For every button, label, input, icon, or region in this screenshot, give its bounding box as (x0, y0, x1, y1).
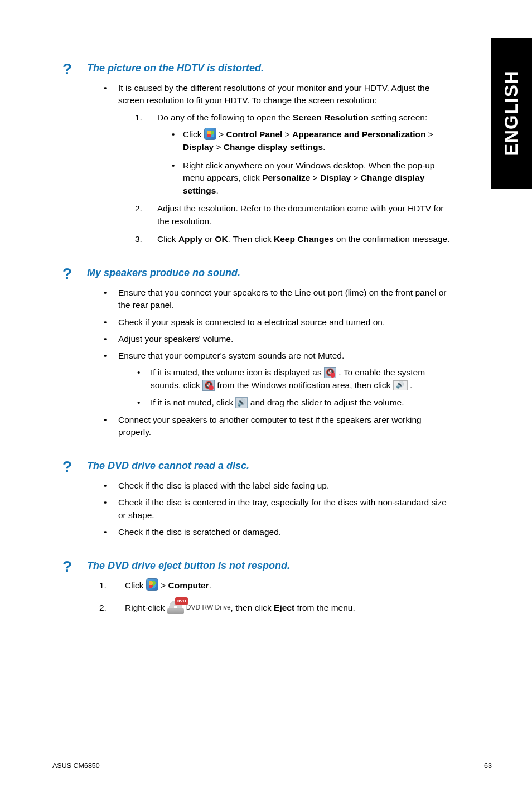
footer-model: ASUS CM6850 (52, 762, 100, 770)
footer-page-number: 63 (484, 762, 492, 770)
language-tab: ENGLISH (491, 38, 532, 189)
qa-hdtv-distorted: ? The picture on the HDTV is distorted. … (66, 62, 456, 246)
question-text: My speakers produce no sound. (87, 267, 456, 279)
step-1: 1. Do any of the following to open the S… (135, 112, 456, 197)
bullet-line-out: Ensure that you connect your speakers to… (99, 287, 456, 312)
language-label: ENGLISH (501, 70, 522, 156)
page-footer: ASUS CM6850 63 (52, 757, 492, 770)
dvd-drive-icon: DVDDVD RW Drive (167, 601, 231, 614)
bullet-not-muted: If it is not muted, click and drag the s… (135, 396, 456, 409)
bullet-muted-enable: If it is muted, the volume icon is displ… (135, 366, 456, 392)
substep-right-click-desktop: Right click anywhere on your Windows des… (171, 160, 456, 197)
page-content: ? The picture on the HDTV is distorted. … (66, 62, 456, 636)
step-right-click-eject: 2. Right-click DVDDVD RW Drive, then cli… (99, 602, 456, 615)
substep-click-control-panel: Click > Control Panel > Appearance and P… (171, 128, 456, 153)
question-text: The DVD drive eject button is not respon… (87, 560, 456, 572)
volume-mixer-icon (393, 380, 408, 390)
question-text: The picture on the HDTV is distorted. (87, 62, 456, 74)
bullet-muted: Ensure that your computer's system sound… (99, 350, 456, 409)
answer-intro: It is caused by the different resolution… (99, 82, 456, 246)
start-icon (204, 128, 216, 140)
start-icon (146, 578, 158, 591)
question-text: The DVD drive cannot read a disc. (87, 460, 456, 472)
step-2: 2.Adjust the resolution. Refer to the do… (135, 202, 456, 228)
bullet-electrical: Check if your speak is connected to a el… (99, 316, 456, 328)
question-mark-icon: ? (62, 265, 72, 283)
bullet-centered: Check if the disc is centered in the tra… (99, 496, 456, 521)
bullet-scratched: Check if the disc is scratched or damage… (99, 526, 456, 538)
step-click-computer: 1. Click > Computer. (99, 579, 456, 592)
qa-dvd-eject: ? The DVD drive eject button is not resp… (66, 560, 456, 616)
question-mark-icon: ? (62, 458, 72, 476)
bullet-volume: Adjust your speakers' volume. (99, 333, 456, 345)
step-3: 3. Click Apply or OK. Then click Keep Ch… (135, 233, 456, 245)
question-mark-icon: ? (62, 60, 72, 78)
volume-muted-icon (324, 367, 336, 378)
bullet-connect-other: Connect your speakers to another compute… (99, 414, 456, 439)
volume-muted-icon (202, 380, 215, 391)
qa-speakers-no-sound: ? My speakers produce no sound. Ensure t… (66, 267, 456, 439)
qa-dvd-cannot-read: ? The DVD drive cannot read a disc. Chec… (66, 460, 456, 539)
volume-icon (235, 397, 248, 408)
bullet-label-up: Check if the disc is placed with the lab… (99, 480, 456, 492)
question-mark-icon: ? (62, 558, 72, 576)
